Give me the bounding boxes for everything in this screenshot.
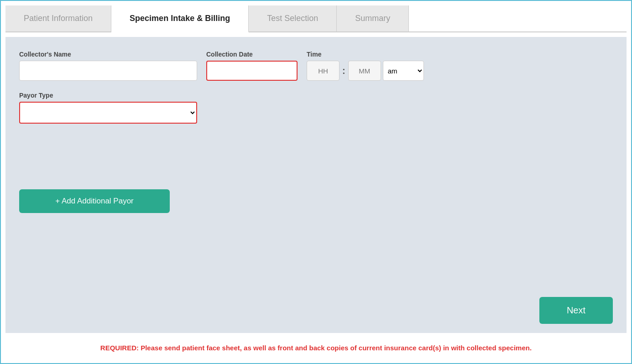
payor-type-select[interactable]: [19, 102, 197, 124]
tab-test-selection[interactable]: Test Selection: [249, 5, 337, 31]
content-body: Collector's Name Collection Date Time : …: [19, 51, 613, 324]
form-row-payor: Payor Type: [19, 92, 613, 124]
time-mm-input[interactable]: [348, 61, 381, 81]
collection-date-group: Collection Date: [206, 51, 298, 81]
required-notice: REQUIRED: Please send patient face sheet…: [100, 344, 532, 352]
add-additional-payor-button[interactable]: + Add Additional Payor: [19, 189, 170, 213]
page-wrapper: Patient Information Specimen Intake & Bi…: [0, 0, 632, 364]
bottom-bar: REQUIRED: Please send patient face sheet…: [5, 338, 627, 359]
tab-specimen-intake-billing[interactable]: Specimen Intake & Billing: [111, 5, 249, 32]
collection-date-label: Collection Date: [206, 51, 298, 58]
form-row-top: Collector's Name Collection Date Time : …: [19, 51, 613, 81]
collection-date-input[interactable]: [206, 61, 298, 81]
tab-summary[interactable]: Summary: [337, 5, 409, 31]
next-button[interactable]: Next: [539, 297, 613, 324]
am-pm-select[interactable]: am pm: [383, 61, 424, 81]
collectors-name-input[interactable]: [19, 61, 197, 81]
payor-type-group: Payor Type: [19, 92, 197, 124]
collectors-name-group: Collector's Name: [19, 51, 197, 81]
main-content: Collector's Name Collection Date Time : …: [5, 37, 627, 333]
tab-patient-information[interactable]: Patient Information: [5, 5, 111, 31]
time-colon: :: [341, 66, 346, 76]
payor-type-label: Payor Type: [19, 92, 197, 99]
collectors-name-label: Collector's Name: [19, 51, 197, 58]
tab-bar: Patient Information Specimen Intake & Bi…: [5, 5, 627, 32]
time-inputs: : am pm: [307, 61, 424, 81]
time-label: Time: [307, 51, 424, 58]
time-group: Time : am pm: [307, 51, 424, 81]
time-hh-input[interactable]: [307, 61, 340, 81]
